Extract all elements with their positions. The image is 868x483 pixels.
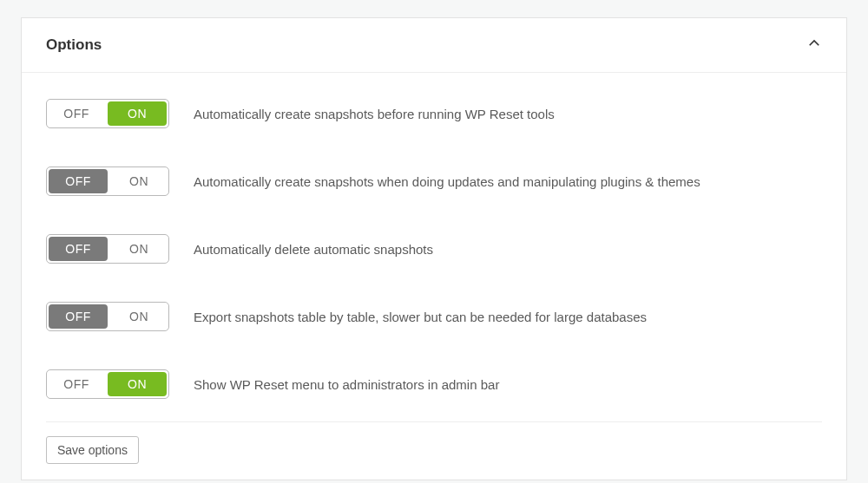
toggle-on[interactable]: ON [108,372,167,396]
toggle-on[interactable]: ON [109,167,168,195]
option-row-auto-snapshot-before-tools: OFF ON Automatically create snapshots be… [46,80,822,147]
option-row-show-admin-bar-menu: OFF ON Show WP Reset menu to administrat… [46,350,822,418]
panel-body: OFF ON Automatically create snapshots be… [22,73,846,480]
option-label: Export snapshots table by table, slower … [194,310,647,324]
toggle-on[interactable]: ON [109,303,168,330]
toggle-off[interactable]: OFF [49,169,108,193]
toggle-show-admin-bar-menu[interactable]: OFF ON [46,369,169,399]
toggle-auto-delete-snapshots[interactable]: OFF ON [46,234,169,264]
option-label: Show WP Reset menu to administrators in … [194,377,499,392]
option-row-auto-delete-snapshots: OFF ON Automatically delete automatic sn… [46,215,822,283]
toggle-on[interactable]: ON [109,235,168,263]
option-label: Automatically create snapshots before ru… [194,107,555,121]
panel-header[interactable]: Options [22,18,846,73]
option-row-export-table-by-table: OFF ON Export snapshots table by table, … [46,283,822,350]
save-options-button[interactable]: Save options [46,436,139,464]
toggle-off[interactable]: OFF [47,370,106,398]
toggle-export-table-by-table[interactable]: OFF ON [46,302,169,331]
toggle-on[interactable]: ON [108,101,167,126]
toggle-off[interactable]: OFF [49,237,108,261]
toggle-auto-snapshot-on-updates[interactable]: OFF ON [46,166,169,196]
options-panel: Options OFF ON Automatically create snap… [21,17,847,480]
option-label: Automatically create snapshots when doin… [194,174,700,189]
toggle-off[interactable]: OFF [49,304,108,329]
panel-title: Options [46,36,102,54]
panel-footer: Save options [46,421,822,464]
option-label: Automatically delete automatic snapshots [194,242,433,257]
toggle-off[interactable]: OFF [47,100,106,127]
toggle-auto-snapshot-before-tools[interactable]: OFF ON [46,99,169,128]
option-row-auto-snapshot-on-updates: OFF ON Automatically create snapshots wh… [46,147,822,215]
chevron-up-icon [806,36,822,55]
